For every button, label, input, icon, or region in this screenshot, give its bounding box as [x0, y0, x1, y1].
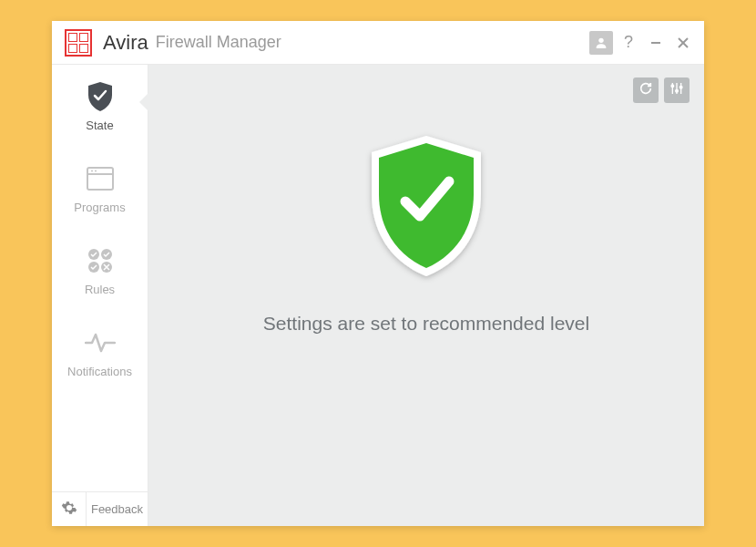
- title-brand: Avira: [103, 31, 148, 55]
- svg-point-7: [95, 170, 97, 171]
- avira-logo-icon: [65, 29, 92, 57]
- help-button[interactable]: ?: [617, 31, 640, 55]
- rules-icon: [84, 244, 117, 277]
- svg-point-0: [598, 37, 603, 42]
- sidebar-footer: Feedback: [52, 491, 148, 526]
- minimize-button[interactable]: [644, 31, 668, 55]
- close-button[interactable]: [671, 31, 695, 55]
- status-text: Settings are set to recommended level: [263, 313, 589, 335]
- sidebar-item-programs[interactable]: Programs: [52, 147, 148, 229]
- adjust-button[interactable]: [664, 77, 690, 103]
- content-area: Settings are set to recommended level: [148, 65, 704, 526]
- sidebar-items: State Programs: [52, 65, 148, 491]
- sliders-icon: [669, 81, 684, 99]
- svg-point-16: [676, 89, 679, 92]
- svg-point-17: [679, 86, 682, 88]
- sidebar-item-state[interactable]: State: [52, 65, 148, 147]
- sidebar-item-label: Rules: [85, 283, 115, 296]
- svg-point-6: [91, 170, 93, 171]
- sidebar-item-label: Notifications: [67, 365, 132, 378]
- refresh-icon: [639, 81, 653, 99]
- body: State Programs: [52, 65, 704, 526]
- activity-icon: [84, 326, 117, 359]
- sidebar-item-label: Programs: [74, 201, 125, 214]
- status-shield-icon: [358, 129, 495, 287]
- app-window: Avira Firewall Manager ? State: [52, 21, 704, 526]
- feedback-button[interactable]: Feedback: [87, 502, 148, 516]
- settings-button[interactable]: [52, 492, 87, 527]
- sidebar-item-rules[interactable]: Rules: [52, 229, 148, 311]
- sidebar-item-label: State: [86, 119, 113, 132]
- user-icon[interactable]: [589, 31, 613, 55]
- titlebar: Avira Firewall Manager ?: [52, 21, 704, 65]
- title-subtitle: Firewall Manager: [156, 33, 281, 52]
- content-controls: [633, 77, 690, 103]
- shield-check-icon: [84, 80, 117, 113]
- gear-icon: [61, 500, 77, 520]
- window-icon: [84, 162, 117, 195]
- sidebar-item-notifications[interactable]: Notifications: [52, 311, 148, 393]
- sidebar: State Programs: [52, 65, 148, 526]
- svg-point-15: [671, 85, 674, 88]
- refresh-button[interactable]: [633, 77, 659, 103]
